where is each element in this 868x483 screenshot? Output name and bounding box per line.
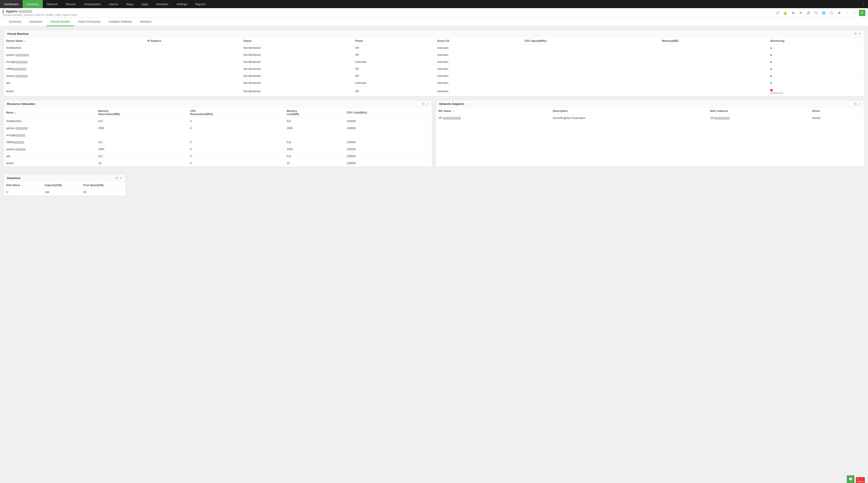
expand-icon[interactable]: ⤢ (858, 32, 861, 35)
col-memory: Memory(MB) (659, 37, 768, 44)
grid-icon-btn[interactable]: ⊞ (790, 10, 796, 16)
clock-icon-btn[interactable]: 🕐 (828, 10, 835, 16)
nav-inventory[interactable]: Inventory (23, 0, 43, 8)
resource-allocation-table: Name ▲ MemoryReservation(MB) CPUReservat… (4, 108, 432, 167)
datastore-section: Datastore ↻ ⤢ Disk Name ▲ Capacity(GB) F… (4, 174, 126, 196)
virtual-machine-section: Virtual Machine ↻ ⤢ Device Name ▲ IP Add… (4, 30, 864, 96)
table-row: testvm Not Monitored Off Unknown (Orphan… (4, 87, 864, 96)
col-cpu-lim: CPU Limit(MHz) (344, 108, 432, 118)
network-adapters-actions: ↻ ⤢ (854, 102, 861, 105)
nav-virtualization[interactable]: Virtualization (80, 0, 105, 8)
col-mem-lim: MemoryLimit(MB) (284, 108, 344, 118)
col-status: Status (241, 37, 353, 44)
virtual-machine-header: Virtual Machine ↻ ⤢ (4, 30, 864, 37)
virtual-machine-actions: ↻ ⤢ (854, 32, 861, 35)
nav-more-button[interactable]: ⋮ (859, 0, 868, 8)
virtual-machine-title: Virtual Machine (7, 32, 29, 35)
monitoring-play-icon[interactable]: ▶ (770, 47, 772, 50)
table-row: opman- 2050 0 2050 100000 (4, 146, 432, 153)
alarms-badge[interactable]: 2 Alarms (856, 477, 865, 482)
network-adapters-title: Network Adapters (439, 102, 464, 105)
screen-icon-btn[interactable]: 🖥 (836, 10, 842, 16)
expand-icon[interactable]: ⤢ (858, 102, 861, 105)
col-guest-os: Guest OS (435, 37, 522, 44)
nav-servers[interactable]: Servers (62, 0, 80, 8)
next-icon-btn[interactable]: › (851, 10, 858, 16)
nav-settings[interactable]: Settings (173, 0, 191, 8)
datastore-table: Disk Name ▲ Capacity(GB) Free Space(GB) … (4, 182, 125, 195)
tab-interfaces[interactable]: Interfaces (25, 18, 46, 26)
expand-icon[interactable]: ⤢ (120, 176, 122, 180)
two-column-section: Resource Allocation ↻ ⤢ Name ▲ MemoryRes… (4, 100, 864, 171)
nav-apps[interactable]: Apps (137, 0, 152, 8)
device-name-cell: abc (4, 80, 145, 87)
table-row: VMMa 512 0 512 100000 (4, 139, 432, 146)
resource-allocation-section: Resource Allocation ↻ ⤢ Name ▲ MemoryRes… (4, 100, 432, 167)
network-adapters-header: Network Adapters ↻ ⤢ (436, 100, 864, 108)
col-power: Power (353, 37, 435, 44)
device-name-cell: opman- (4, 52, 145, 59)
nav-workflow[interactable]: Workflow (152, 0, 173, 8)
table-row: abc 512 0 512 100000 (4, 153, 432, 160)
col-disk-name: Disk Name ▲ (4, 182, 42, 189)
col-ip-address: IP Address (145, 37, 241, 44)
top-navigation: Dashboard Inventory Network Servers Virt… (0, 0, 868, 8)
chart-icon-btn[interactable]: 📈 (774, 10, 781, 16)
orphaned-label: (Orphaned) (770, 92, 862, 94)
link-icon-btn[interactable]: 🔗 (805, 10, 811, 16)
table-row: VMMa Not Monitored Off Unknown ▶ (4, 66, 864, 72)
nav-reports[interactable]: Reports (191, 0, 210, 8)
mail-icon-btn[interactable]: ✉ (798, 10, 804, 16)
chat-button[interactable]: 💬 (847, 475, 855, 482)
expand-icon[interactable]: ⤢ (426, 102, 429, 105)
prev-icon-btn[interactable]: ‹ (844, 10, 850, 16)
monitoring-play-icon[interactable]: ▶ (770, 60, 772, 64)
col-monitoring: Monitoring (768, 37, 864, 44)
table-row: Arcsigh Not Monitored Unknown Unknown ▶ (4, 59, 864, 66)
table-row: Arcsigh (4, 132, 432, 139)
network-adapters-table: NIC Name ▲ Description MAC Address Drive… (436, 108, 864, 121)
nav-network[interactable]: Network (43, 0, 62, 8)
device-name-cell: testvm (4, 87, 145, 96)
menu-icon-btn[interactable]: ☰ (859, 10, 865, 16)
refresh-icon[interactable]: ↻ (116, 176, 118, 180)
refresh-icon[interactable]: ↻ (854, 102, 857, 105)
bell-icon-btn[interactable]: 🔔 (782, 10, 788, 16)
main-content: Virtual Machine ↻ ⤢ Device Name ▲ IP Add… (0, 26, 868, 482)
nav-dashboard[interactable]: Dashboard (0, 0, 23, 8)
col-name: Name ▲ (4, 108, 96, 118)
table-row: TestMachine Not Monitored Off Unknown ▶ (4, 44, 864, 52)
col-free-space: Free Space(GB) (81, 182, 125, 189)
monitoring-play-icon[interactable]: ▶ (770, 82, 772, 85)
globe-icon-btn[interactable]: 🌐 (820, 10, 827, 16)
nav-alarms[interactable]: Alarms (105, 0, 122, 8)
orphaned-icon (770, 89, 773, 91)
monitoring-play-icon[interactable]: ▶ (770, 53, 772, 57)
host-metadata: DomainController | Windows 2008 R2 | SNM… (3, 13, 76, 16)
nav-maps[interactable]: Maps (122, 0, 137, 8)
monitoring-play-icon[interactable]: ▶ (770, 67, 772, 70)
table-row: opman- Not Monitored Off Unknown ▶ (4, 52, 864, 59)
col-description: Description (551, 108, 708, 115)
tab-active-processes[interactable]: Active Processes (74, 18, 105, 26)
col-capacity: Capacity(GB) (42, 182, 81, 189)
host-toolbar: 📈 🔔 ⊞ ✉ 🔗 📉 🌐 🕐 🖥 ‹ › ☰ (774, 10, 865, 16)
table-row: opman- 2050 0 2050 100000 (4, 125, 432, 132)
datastore-header: Datastore ↻ ⤢ (4, 174, 125, 182)
table-row: HP ServerEngines Corporation 29: be2net (436, 115, 864, 122)
monitoring-play-icon[interactable]: ▶ (770, 74, 772, 78)
graph-icon-btn[interactable]: 📉 (813, 10, 819, 16)
col-mem-res: MemoryReservation(MB) (96, 108, 188, 118)
col-cpu-speed: CPU Speed(MHz) (522, 37, 660, 44)
refresh-icon[interactable]: ↻ (854, 32, 857, 35)
tab-monitors[interactable]: Monitors (136, 18, 156, 26)
device-name-cell: VMMa (4, 66, 145, 72)
device-name-cell: opman- (4, 72, 145, 80)
tab-virtual-details[interactable]: Virtual Details (46, 18, 74, 26)
network-adapters-section: Network Adapters ↻ ⤢ NIC Name ▲ Descript… (436, 100, 864, 167)
tab-installed-software[interactable]: Installed Software (105, 18, 136, 26)
tab-summary[interactable]: Summary (4, 18, 25, 26)
refresh-icon[interactable]: ↻ (422, 102, 425, 105)
col-mac-address: MAC Address (708, 108, 810, 115)
table-row: TestMachine 512 0 512 100000 (4, 118, 432, 125)
